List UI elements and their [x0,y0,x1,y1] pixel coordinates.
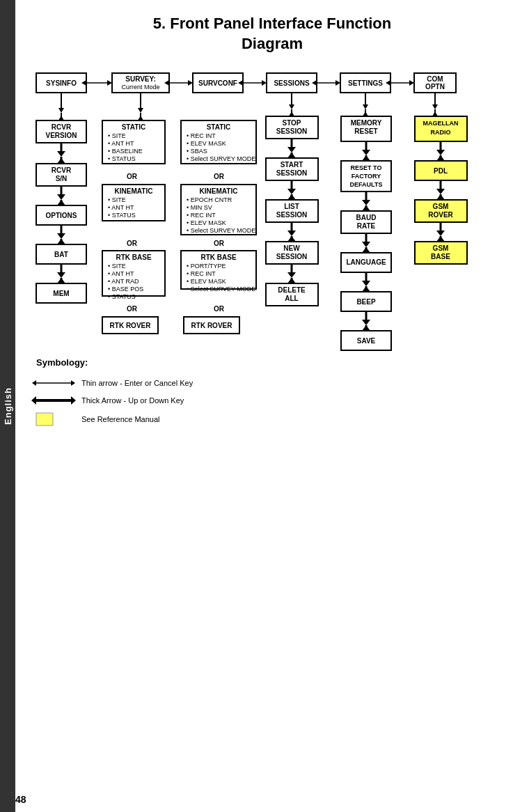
svg-text:OR: OR [127,240,138,247]
svg-text:RTK ROVER: RTK ROVER [191,322,233,329]
svg-text:• ELEV MASK: • ELEV MASK [187,219,226,226]
svg-marker-195 [436,150,445,155]
svg-text:SESSIONS: SESSIONS [274,79,309,87]
svg-text:LANGUAGE: LANGUAGE [346,258,386,266]
svg-marker-186 [362,320,370,325]
svg-text:• SITE: • SITE [108,263,126,270]
svg-marker-210 [436,236,445,242]
svg-marker-137 [287,194,296,200]
svg-text:• ELEV MASK: • ELEV MASK [187,278,226,285]
svg-marker-182 [362,286,370,292]
svg-text:VERSION: VERSION [45,132,77,139]
svg-text:OR: OR [214,240,225,247]
svg-text:• STATUS: • STATUS [108,155,136,162]
svg-marker-220 [31,396,36,405]
svg-text:• STATUS: • STATUS [108,212,136,219]
svg-text:SURVEY:: SURVEY: [125,75,156,83]
svg-marker-149 [287,272,296,278]
svg-text:SAVE: SAVE [357,337,376,345]
svg-text:BAUD: BAUD [356,214,377,221]
page-number: 48 [15,794,26,805]
svg-text:• ANT HT: • ANT HT [108,140,134,147]
svg-text:LIST: LIST [284,203,299,210]
svg-marker-30 [58,108,64,113]
svg-text:OR: OR [127,173,138,180]
svg-text:• ANT RAD: • ANT RAD [108,278,139,285]
svg-text:• SITE: • SITE [108,132,126,139]
svg-text:STATIC: STATIC [207,123,231,131]
svg-text:OR: OR [127,305,138,313]
svg-text:OR: OR [214,305,225,313]
svg-marker-142 [287,231,296,236]
svg-text:• EPOCH CNTR: • EPOCH CNTR [187,196,232,203]
svg-marker-60 [57,194,65,200]
svg-marker-128 [287,147,296,153]
svg-marker-217 [71,380,75,386]
svg-text:• Select SURVEY MODE: • Select SURVEY MODE [187,286,255,292]
svg-marker-44 [363,111,368,116]
svg-marker-176 [362,247,370,253]
svg-marker-10 [188,80,193,86]
svg-text:• MIN SV: • MIN SV [187,204,212,211]
svg-marker-15 [262,80,267,86]
svg-text:GSM: GSM [433,203,449,210]
svg-text:COM: COM [427,75,443,83]
svg-text:STATIC: STATIC [122,123,146,131]
svg-text:OPTN: OPTN [425,83,445,91]
svg-text:• PORT/TYPE: • PORT/TYPE [187,263,226,270]
svg-text:KINEMATIC: KINEMATIC [115,187,153,195]
svg-marker-135 [287,189,296,194]
svg-text:NEW: NEW [283,244,300,252]
svg-text:RTK BASE: RTK BASE [116,253,151,261]
svg-marker-62 [57,200,65,205]
svg-text:• SITE: • SITE [108,196,126,203]
svg-marker-40 [289,111,294,116]
svg-text:RCVR: RCVR [52,166,72,174]
svg-text:DELETE: DELETE [278,286,306,294]
svg-marker-201 [436,189,445,194]
svg-marker-188 [362,325,370,331]
svg-text:PDL: PDL [434,167,448,175]
svg-text:• BASE POS: • BASE POS [108,286,143,292]
svg-marker-169 [362,205,370,211]
svg-marker-68 [57,239,65,244]
svg-text:• REC INT: • REC INT [187,212,216,219]
svg-text:STOP: STOP [282,119,301,127]
svg-text:Thin arrow - Enter or Cancel K: Thin arrow - Enter or Cancel Key [81,379,194,387]
svg-text:Symbology:: Symbology: [36,357,88,368]
svg-marker-216 [32,380,36,386]
svg-marker-36 [138,116,143,120]
svg-marker-4 [107,80,112,86]
svg-marker-144 [287,236,296,242]
svg-text:• STATUS: • STATUS [108,293,136,300]
svg-text:• Select SURVEY MODE: • Select SURVEY MODE [187,227,255,234]
svg-text:See Reference Manual: See Reference Manual [81,415,160,423]
svg-text:RTK ROVER: RTK ROVER [110,322,152,329]
svg-marker-38 [289,104,294,109]
svg-marker-46 [432,104,438,109]
svg-text:• ELEV MASK: • ELEV MASK [187,140,226,147]
svg-marker-161 [362,155,370,161]
svg-text:SESSION: SESSION [276,127,307,135]
svg-marker-203 [436,194,445,200]
svg-text:RESET TO: RESET TO [351,164,382,171]
svg-text:BASE: BASE [431,253,450,260]
svg-marker-66 [57,233,65,239]
svg-marker-197 [436,155,445,161]
svg-text:RESET: RESET [354,127,377,135]
svg-text:• SBAS: • SBAS [187,148,207,155]
svg-text:RATE: RATE [357,222,376,230]
diagram-area: SYSINFO SURVEY: Current Mode SURVCONF [29,66,523,540]
svg-marker-48 [432,111,438,116]
svg-text:SURVCONF: SURVCONF [198,79,237,87]
svg-text:BEEP: BEEP [356,298,376,306]
svg-text:• REC INT: • REC INT [187,132,216,139]
svg-text:RTK BASE: RTK BASE [200,253,236,261]
svg-text:OR: OR [214,173,225,180]
svg-marker-42 [363,104,368,109]
svg-text:SESSION: SESSION [276,211,307,219]
svg-text:SETTINGS: SETTINGS [348,79,383,87]
svg-text:Thick Arrow - Up or Down Key: Thick Arrow - Up or Down Key [81,396,184,405]
svg-marker-151 [287,278,296,283]
svg-marker-32 [58,116,64,120]
